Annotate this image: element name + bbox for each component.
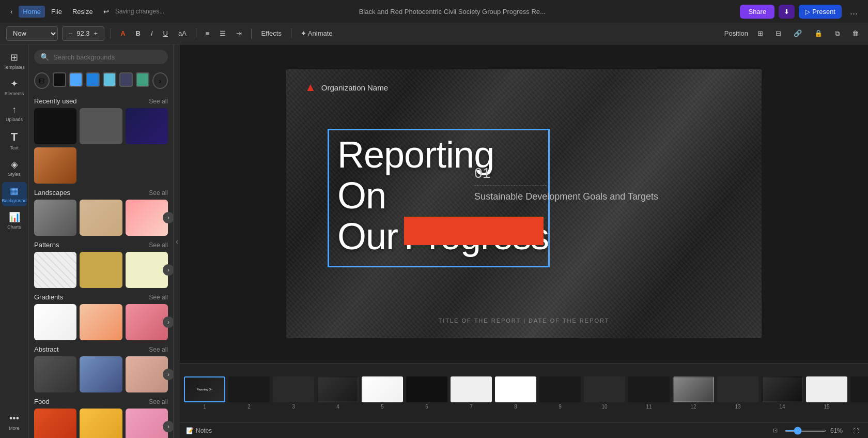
slide-thumb-img-11[interactable] <box>628 376 670 402</box>
gradients-next-button[interactable]: › <box>163 316 174 328</box>
slide-canvas[interactable]: ▲ Organization Name Reporting On Our Pro… <box>286 69 762 338</box>
grid-icon[interactable]: ⊞ <box>754 26 766 41</box>
slide-thumb-img-4[interactable] <box>317 376 359 402</box>
underline-button[interactable]: U <box>160 26 171 41</box>
sidebar-item-background[interactable]: ▦ Background <box>2 182 27 206</box>
fullscreen-button[interactable]: ⛶ <box>850 424 862 438</box>
present-button[interactable]: ▷ Present <box>799 5 842 19</box>
list-button[interactable]: ☰ <box>216 26 229 41</box>
font-color-button[interactable]: A <box>117 26 128 41</box>
sidebar-item-elements[interactable]: ✦ Elements <box>2 75 27 99</box>
slide-thumb-img-6[interactable] <box>406 376 447 402</box>
delete-icon[interactable]: 🗑 <box>849 26 862 41</box>
food-thumb-1[interactable] <box>34 409 76 438</box>
slide-thumb-img-1[interactable]: Reporting On <box>184 376 225 402</box>
filmstrip-slide-11[interactable]: 11 <box>628 376 670 410</box>
slide-thumb-img-12[interactable] <box>673 376 714 402</box>
sidebar-item-more[interactable]: ••• More <box>2 410 27 434</box>
sidebar-item-uploads[interactable]: ↑ Uploads <box>2 101 27 125</box>
undo-button[interactable]: ↩ <box>99 6 113 18</box>
align-tools-icon[interactable]: ⊟ <box>772 26 784 41</box>
gradients-see-all[interactable]: See all <box>149 294 168 301</box>
file-button[interactable]: File <box>47 6 66 18</box>
download-button[interactable]: ⬇ <box>779 5 795 19</box>
food-next-button[interactable]: › <box>163 421 174 432</box>
food-see-all[interactable]: See all <box>149 398 168 405</box>
more-swatches-button[interactable]: › <box>152 72 168 89</box>
filmstrip-slide-9[interactable]: 9 <box>539 376 581 410</box>
pattern-thumb-2[interactable] <box>80 252 122 288</box>
recent-thumb-3[interactable] <box>126 108 168 144</box>
food-thumb-3[interactable] <box>126 409 168 438</box>
font-family-select[interactable]: Now <box>6 26 58 41</box>
home-button[interactable]: Home <box>19 6 45 18</box>
search-bar[interactable]: 🔍 <box>34 50 168 64</box>
abstract-see-all[interactable]: See all <box>149 346 168 353</box>
sidebar-item-templates[interactable]: ⊞ Templates <box>2 49 27 73</box>
slide-thumb-img-2[interactable] <box>228 376 270 402</box>
filmstrip-slide-8[interactable]: 8 <box>495 376 536 410</box>
filmstrip-slide-16[interactable]: 16 <box>850 376 868 410</box>
align-button[interactable]: ≡ <box>203 26 213 41</box>
filmstrip-slide-5[interactable]: 5 <box>362 376 403 410</box>
landscape-thumb-3[interactable] <box>126 200 168 236</box>
patterns-next-button[interactable]: › <box>163 264 174 276</box>
filmstrip-slide-14[interactable]: 14 <box>762 376 803 410</box>
slide-thumb-img-16[interactable] <box>850 376 868 402</box>
gradient-thumb-1[interactable] <box>34 304 76 340</box>
slide-thumb-img-3[interactable] <box>273 376 314 402</box>
slide-thumb-img-8[interactable] <box>495 376 536 402</box>
color-swatch-green[interactable] <box>136 72 149 87</box>
back-button[interactable]: ‹ <box>6 6 17 18</box>
color-swatch-blue1[interactable] <box>69 72 83 87</box>
sidebar-item-text[interactable]: T Text <box>2 127 27 154</box>
indent-button[interactable]: ⇥ <box>233 26 245 41</box>
all-backgrounds-button[interactable]: ⊟ <box>34 72 50 89</box>
slide-thumb-img-14[interactable] <box>762 376 803 402</box>
color-swatch-black[interactable] <box>53 72 66 87</box>
slide-thumb-img-13[interactable] <box>717 376 758 402</box>
slide-thumb-img-10[interactable] <box>584 376 625 402</box>
font-size-increase[interactable]: + <box>91 26 101 41</box>
recent-thumb-4[interactable] <box>34 147 76 184</box>
slide-thumb-img-9[interactable] <box>539 376 581 402</box>
share-button[interactable]: Share <box>740 5 774 19</box>
landscape-thumb-2[interactable] <box>80 200 122 236</box>
color-swatch-teal[interactable] <box>103 72 116 87</box>
color-swatch-darkblue[interactable] <box>119 72 133 87</box>
recently-used-see-all[interactable]: See all <box>149 98 168 105</box>
font-size-decrease[interactable]: – <box>66 26 75 41</box>
slide-thumb-img-5[interactable] <box>362 376 403 402</box>
filmstrip-slide-3[interactable]: 3 <box>273 376 314 410</box>
recent-thumb-1[interactable] <box>34 108 76 144</box>
sidebar-item-styles[interactable]: ◈ Styles <box>2 156 27 180</box>
patterns-see-all[interactable]: See all <box>149 241 168 249</box>
pattern-thumb-1[interactable] <box>34 252 76 288</box>
zoom-slider[interactable] <box>785 430 826 432</box>
filmstrip-slide-13[interactable]: 13 <box>717 376 758 410</box>
gradient-thumb-2[interactable] <box>80 304 122 340</box>
sidebar-item-charts[interactable]: 📊 Charts <box>2 208 27 233</box>
link-icon[interactable]: 🔗 <box>791 26 805 41</box>
more-options-button[interactable]: ... <box>846 3 862 20</box>
animate-button[interactable]: ✦ Animate <box>298 26 336 41</box>
panel-collapse-button[interactable]: ‹ <box>174 44 180 438</box>
color-swatch-blue2[interactable] <box>86 72 99 87</box>
abstract-thumb-3[interactable] <box>126 356 168 392</box>
italic-button[interactable]: I <box>148 26 156 41</box>
filmstrip-slide-2[interactable]: 2 <box>228 376 270 410</box>
slide-thumb-img-15[interactable] <box>806 376 847 402</box>
landscapes-next-button[interactable]: › <box>163 212 174 223</box>
landscapes-see-all[interactable]: See all <box>149 189 168 197</box>
lock-icon[interactable]: 🔒 <box>811 26 826 41</box>
effects-button[interactable]: Effects <box>258 26 285 41</box>
filmstrip-slide-12[interactable]: 12 <box>673 376 714 410</box>
landscape-thumb-1[interactable] <box>34 200 76 236</box>
case-button[interactable]: aA <box>175 26 190 41</box>
filmstrip-slide-1[interactable]: Reporting On 1 <box>184 376 225 410</box>
filmstrip-slide-10[interactable]: 10 <box>584 376 625 410</box>
abstract-thumb-2[interactable] <box>80 356 122 392</box>
search-input[interactable] <box>53 53 162 61</box>
gradient-thumb-3[interactable] <box>126 304 168 340</box>
abstract-thumb-1[interactable] <box>34 356 76 392</box>
